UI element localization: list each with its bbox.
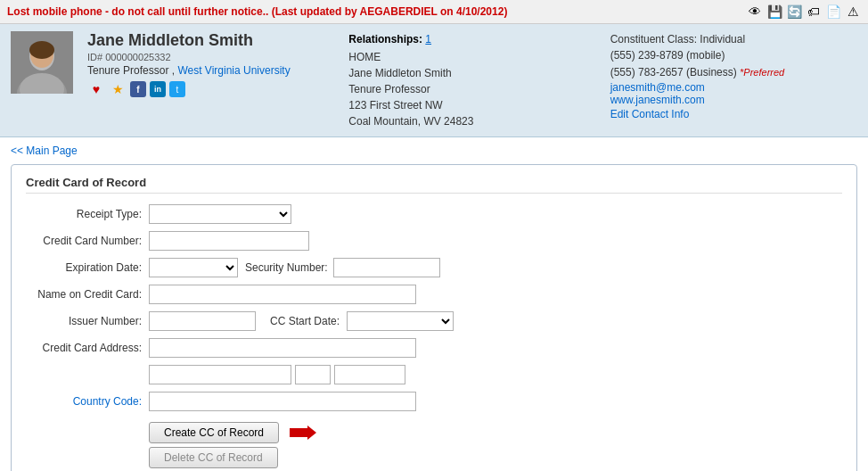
profile-info: Jane Middleton Smith ID# 000000025332 Te… [87,31,334,129]
profile-title-line: Tenure Professor , West Virginia Univers… [87,64,334,77]
relationships-column: Relationships: 1 HOME Jane Middleton Smi… [348,31,595,129]
cc-number-row: Credit Card Number: [26,231,842,251]
name-input[interactable] [149,285,416,304]
rel-name: Jane Middleton Smith [348,65,595,81]
name-row: Name on Credit Card: [26,285,842,304]
security-label: Security Number: [245,261,328,274]
warning-icon[interactable]: ⚠ [845,4,861,20]
delete-cc-button[interactable]: Delete CC of Record [149,447,278,468]
credit-card-section: Credit Card of Record Receipt Type: Cred… [11,164,857,471]
heart-icon[interactable]: ♥ [87,80,105,98]
section-title: Credit Card of Record [26,176,842,194]
country-row: Country Code: [26,392,842,411]
expiry-row: Expiration Date: Security Number: [26,258,842,277]
city-input[interactable] [149,365,291,384]
refresh-icon[interactable]: 🔄 [786,4,802,20]
star-icon[interactable]: ★ [109,80,127,98]
eye-icon[interactable]: 👁 [747,4,763,20]
flag-icon[interactable]: 🏷 [806,4,822,20]
zip-input[interactable] [334,365,405,384]
svg-marker-6 [290,426,316,440]
security-input[interactable] [333,258,440,277]
save-icon[interactable]: 💾 [766,4,782,20]
profile-id: ID# 000000025332 [87,52,334,62]
button-row: Create CC of Record [26,422,842,443]
profile-avatar [11,31,73,94]
receipt-type-row: Receipt Type: [26,204,842,224]
country-label: Country Code: [26,395,142,408]
alert-banner: Lost mobile phone - do not call until fu… [0,0,868,24]
country-input[interactable] [149,392,416,411]
address-label: Credit Card Address: [26,342,142,354]
expiry-select[interactable] [149,258,238,277]
arrow-indicator [290,426,316,440]
cc-start-select[interactable] [347,311,454,331]
profile-header: Jane Middleton Smith ID# 000000025332 Te… [0,24,868,137]
relationships-title: Relationships: 1 [348,33,595,45]
facebook-icon[interactable]: f [130,81,146,97]
issuer-row: Issuer Number: CC Start Date: [26,311,842,331]
edit-contact-link[interactable]: Edit Contact Info [610,108,857,120]
receipt-type-select[interactable] [149,204,291,224]
cc-number-input[interactable] [149,231,309,251]
delete-button-row: Delete CC of Record [26,447,842,468]
address-input[interactable] [149,338,416,358]
toolbar-icons: 👁 💾 🔄 🏷 📄 ⚠ [747,4,861,20]
issuer-label: Issuer Number: [26,315,142,327]
relationships-label: Relationships: [348,33,422,45]
cc-number-label: Credit Card Number: [26,235,142,247]
rel-address1: 123 First Street NW [348,97,595,113]
main-page-link[interactable]: << Main Page [11,145,78,157]
contact-column: Constituent Class: Individual (555) 239-… [610,31,857,129]
name-label: Name on Credit Card: [26,288,142,301]
social-icons: ♥ ★ f in t [87,80,334,98]
relationships-count[interactable]: 1 [425,33,431,45]
business-phone: (555) 783-2657 (Business) *Preferred [610,64,857,81]
state-input[interactable] [295,365,331,384]
cc-start-label: CC Start Date: [270,315,340,327]
rel-home: HOME [348,49,595,65]
address-parts [149,365,405,384]
alert-text: Lost mobile phone - do not call until fu… [7,5,507,18]
create-cc-button[interactable]: Create CC of Record [149,422,279,443]
rel-address2: Coal Mountain, WV 24823 [348,113,595,129]
document-icon[interactable]: 📄 [825,4,841,20]
address-row: Credit Card Address: [26,338,842,358]
security-group: Security Number: [245,258,440,277]
twitter-icon[interactable]: t [169,81,185,97]
issuer-input[interactable] [149,311,256,331]
address2-row [26,365,842,384]
main-content: << Main Page Credit Card of Record Recei… [0,137,868,471]
profile-name: Jane Middleton Smith [87,31,334,50]
constituent-class: Constituent Class: Individual [610,33,857,45]
svg-point-4 [29,41,54,59]
rel-title: Tenure Professor [348,81,595,97]
main-page-nav: << Main Page [11,145,857,157]
linkedin-icon[interactable]: in [150,81,166,97]
profile-university-link[interactable]: West Virginia University [177,64,290,77]
receipt-type-label: Receipt Type: [26,208,142,220]
mobile-phone: (555) 239-8789 (mobile) [610,47,857,64]
preferred-label: *Preferred [740,67,784,78]
website-link[interactable]: www.janesmith.com [610,94,857,106]
expiry-label: Expiration Date: [26,261,142,274]
profile-title: Tenure Professor [87,64,168,77]
email-link[interactable]: janesmith@me.com [610,81,857,94]
